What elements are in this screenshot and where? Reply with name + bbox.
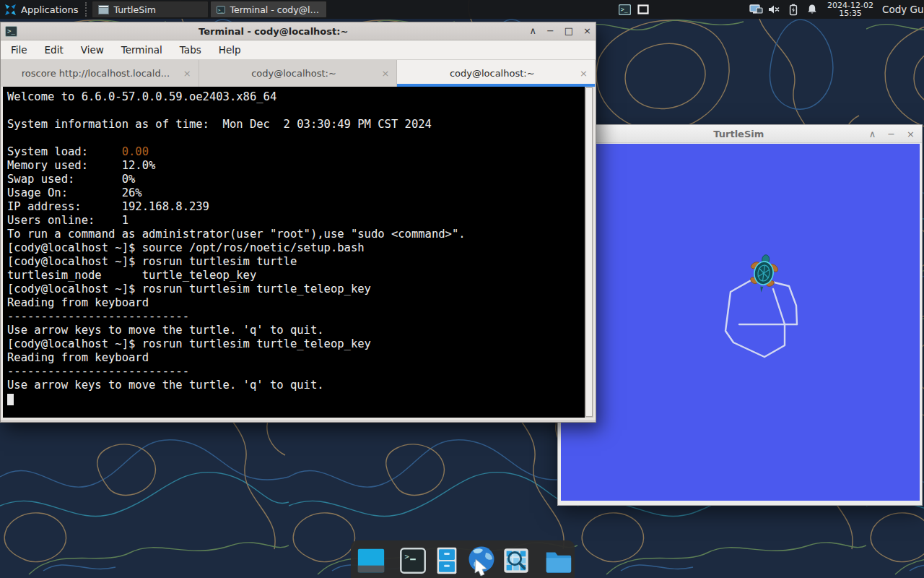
svg-text:>_: >_	[218, 7, 223, 12]
terminal-line: System information as of time: Mon Dec 2…	[7, 118, 585, 131]
display-icon[interactable]	[746, 0, 765, 19]
terminal-line: Welcome to 6.6.0-57.0.0.59.oe2403.x86_64	[7, 90, 585, 104]
terminal-line	[7, 104, 585, 118]
minimize-button[interactable]: −	[546, 23, 554, 39]
terminal-body: Welcome to 6.6.0-57.0.0.59.oe2403.x86_64…	[1, 87, 596, 420]
applications-menu-button[interactable]: Applications	[0, 0, 84, 19]
bell-icon[interactable]	[803, 0, 821, 19]
taskbar-window-terminal[interactable]: >_ Terminal - cody@localh...	[210, 1, 327, 18]
volume-muted-icon[interactable]	[765, 0, 784, 19]
terminal-line: turtlesim_node turtle_teleop_key	[7, 269, 585, 282]
show-desktop-icon[interactable]	[356, 545, 386, 577]
terminal-scrollbar[interactable]	[585, 87, 593, 418]
terminal-line: [cody@localhost ~]$ rosrun turtlesim tur…	[7, 255, 585, 269]
user-menu[interactable]: Cody Gu	[879, 0, 924, 19]
terminal-line-system-load: System load: 0.00	[7, 145, 585, 159]
clock[interactable]: 2024-12-02 15:35	[821, 0, 879, 19]
taskbar-window-turtlesim[interactable]: TurtleSim	[92, 1, 209, 18]
terminal-line: Reading from keyboard	[7, 296, 585, 310]
terminal-line: Use arrow keys to move the turtle. 'q' t…	[7, 379, 585, 392]
tab-close-icon[interactable]: ×	[580, 68, 588, 79]
terminal-titlebar[interactable]: >_ Terminal - cody@localhost:~ ∧ − □ ×	[1, 22, 596, 40]
menu-edit[interactable]: Edit	[45, 44, 64, 56]
terminal-line: [cody@localhost ~]$ rosrun turtlesim tur…	[7, 282, 585, 296]
close-button[interactable]: ×	[907, 129, 915, 139]
turtlesim-canvas[interactable]	[561, 144, 920, 501]
tab-shell-1[interactable]: cody@localhost:~ ×	[199, 60, 398, 87]
terminal-line: Swap used: 0%	[7, 173, 585, 186]
file-manager-icon[interactable]	[543, 545, 573, 577]
dock: >	[351, 540, 575, 578]
terminal-line: ---------------------------	[7, 310, 585, 324]
menu-help[interactable]: Help	[219, 44, 241, 56]
terminal-line: Use arrow keys to move the turtle. 'q' t…	[7, 324, 585, 337]
tab-close-icon[interactable]: ×	[381, 68, 389, 79]
turtlesim-title: TurtleSim	[609, 129, 869, 139]
close-button[interactable]: ×	[583, 23, 591, 39]
terminal-icon: >_	[5, 26, 17, 37]
terminal-line: [cody@localhost ~]$ source /opt/ros/noet…	[7, 241, 585, 255]
menu-view[interactable]: View	[81, 44, 104, 56]
turtlesim-window: TurtleSim ∧ − ×	[557, 124, 923, 506]
menu-file[interactable]: File	[11, 44, 27, 56]
menu-terminal[interactable]: Terminal	[121, 44, 162, 56]
terminal-line: To run a command as administrator(user "…	[7, 228, 585, 241]
turtlesim-titlebar[interactable]: TurtleSim ∧ − ×	[558, 125, 922, 143]
terminal-cursor-line	[7, 392, 585, 406]
user-name: Cody Gu	[882, 4, 924, 15]
tray-gap	[653, 0, 746, 19]
minimize-button[interactable]: −	[887, 129, 895, 139]
clock-time: 15:35	[839, 9, 862, 17]
tab-close-icon[interactable]: ×	[183, 68, 191, 79]
taskbar-window-label: Terminal - cody@localh...	[230, 4, 321, 15]
rollup-button[interactable]: ∧	[869, 129, 876, 139]
taskbar-window-label: TurtleSim	[113, 4, 155, 15]
battery-icon[interactable]	[784, 0, 803, 19]
window-icon	[98, 5, 109, 14]
applications-icon	[4, 4, 17, 16]
svg-text:>_: >_	[621, 7, 628, 13]
desktop: Applications TurtleSim >_ Terminal - cod…	[0, 0, 924, 578]
window-outline-icon[interactable]	[634, 0, 653, 19]
terminal-tabbar: roscore http://localhost.locald... × cod…	[1, 60, 596, 87]
file-cabinet-icon[interactable]	[432, 545, 462, 577]
terminal-line: [cody@localhost ~]$ rosrun turtlesim tur…	[7, 337, 585, 351]
terminal-line: IP address: 192.168.8.239	[7, 200, 585, 214]
tab-roscore[interactable]: roscore http://localhost.locald... ×	[1, 60, 199, 87]
panel-grip[interactable]	[85, 2, 90, 17]
terminal-line	[7, 131, 585, 145]
scrollbar-thumb[interactable]	[585, 87, 593, 417]
terminal-menubar: File Edit View Terminal Tabs Help	[1, 40, 596, 60]
terminal-cursor	[7, 394, 14, 405]
terminal-line: Usage On: 26%	[7, 186, 585, 200]
app-finder-icon[interactable]	[501, 545, 531, 577]
turtle-sprite	[746, 253, 781, 295]
panel-spacer	[328, 0, 615, 19]
terminal-title: Terminal - cody@localhost:~	[17, 26, 529, 37]
rollup-button[interactable]: ∧	[529, 23, 536, 39]
applications-label: Applications	[21, 4, 78, 15]
maximize-button[interactable]: □	[565, 23, 573, 39]
web-browser-icon[interactable]	[466, 545, 497, 577]
terminal-line: Users online: 1	[7, 214, 585, 228]
terminal-line: Memory used: 12.0%	[7, 159, 585, 173]
terminal-icon: >_	[217, 5, 225, 14]
terminal-line: ---------------------------	[7, 365, 585, 379]
terminal-screen[interactable]: Welcome to 6.6.0-57.0.0.59.oe2403.x86_64…	[3, 87, 585, 418]
top-panel: Applications TurtleSim >_ Terminal - cod…	[0, 0, 924, 19]
menu-tabs[interactable]: Tabs	[180, 44, 201, 56]
terminal-window: >_ Terminal - cody@localhost:~ ∧ − □ × F…	[0, 22, 596, 423]
svg-text:>: >	[405, 552, 409, 561]
terminal-launcher-icon[interactable]: >	[398, 545, 428, 577]
tab-shell-2-active[interactable]: cody@localhost:~ ×	[397, 60, 596, 87]
system-load-value: 0.00	[122, 145, 149, 158]
terminal-tray-icon[interactable]: >_	[615, 0, 634, 19]
terminal-line: Reading from keyboard	[7, 351, 585, 365]
